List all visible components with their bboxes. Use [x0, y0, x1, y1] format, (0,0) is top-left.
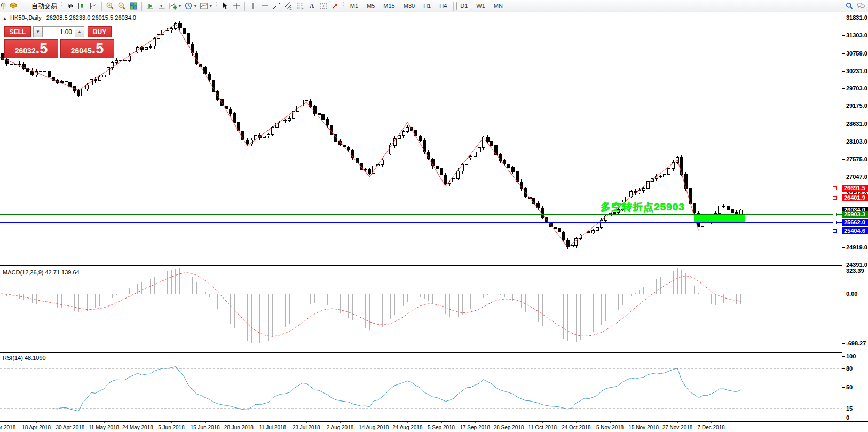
volume-input[interactable] — [43, 26, 75, 37]
date-tick-mark — [576, 422, 577, 423]
rsi-panel[interactable]: RSI(14) 48.1090 — [0, 353, 868, 421]
symbol-period-label: HK50-,Daily — [10, 14, 42, 21]
equidistant-channel-button[interactable]: E — [282, 1, 294, 11]
time-axis[interactable]: 6 Apr 201818 Apr 201830 Apr 201811 May 2… — [0, 421, 868, 432]
date-tick-mark — [273, 422, 273, 423]
templates-button[interactable]: ▼ — [199, 1, 214, 11]
chart-shift-button[interactable] — [156, 1, 168, 11]
date-tick-mark — [407, 422, 408, 423]
axis-tick-mark — [842, 343, 845, 344]
axis-tick-mark — [842, 177, 845, 177]
date-tick-mark — [340, 422, 341, 423]
autotrading-button[interactable]: 自动交易 — [19, 1, 59, 11]
timeframe-d1-button[interactable]: D1 — [456, 2, 471, 10]
autotrading-icon — [21, 2, 30, 10]
timeframe-m15-button[interactable]: M15 — [380, 2, 398, 10]
date-label: 7 Dec 2018 — [698, 425, 725, 430]
buy-button[interactable]: BUY — [88, 26, 112, 37]
price-tick-label: 29175.0 — [846, 103, 867, 109]
line-chart-button[interactable] — [88, 1, 99, 11]
date-tick-mark — [138, 422, 138, 423]
chart-shift-icon — [157, 2, 166, 10]
volume-decrease-button[interactable]: ▼ — [33, 26, 43, 37]
text-button[interactable]: A — [306, 1, 318, 11]
auto-scroll-button[interactable] — [144, 1, 156, 11]
date-tick-mark — [374, 422, 374, 423]
price-tick-label: 31303.0 — [846, 32, 867, 38]
axis-tick-mark — [842, 265, 845, 265]
date-label: 5 Sep 2018 — [428, 425, 455, 430]
date-tick-mark — [36, 422, 37, 423]
arrows-icon — [331, 2, 340, 10]
date-label: 2 Aug 2018 — [327, 425, 354, 430]
date-tick-mark — [104, 422, 105, 423]
horizontal-line-icon — [261, 2, 269, 10]
chat-icon — [857, 2, 865, 10]
candlestick-chart-button[interactable] — [76, 1, 88, 11]
axis-tick-mark — [842, 106, 845, 106]
vertical-line-button[interactable] — [247, 1, 259, 11]
bar-chart-button[interactable] — [64, 1, 76, 11]
timeframe-m30-button[interactable]: M30 — [400, 2, 419, 10]
axis-tick-mark — [842, 88, 845, 89]
date-label: 24 May 2018 — [122, 425, 153, 430]
price-tick-label: 30231.0 — [846, 68, 867, 74]
level-price-tag: 25662.0 — [842, 219, 868, 226]
horizontal-line-button[interactable] — [259, 1, 271, 11]
axis-tick-mark — [842, 271, 845, 271]
main-chart-panel[interactable]: ▲ HK50-,Daily 26208.5 26233.0 26015.5 26… — [0, 12, 868, 264]
crosshair-button[interactable] — [231, 1, 242, 11]
date-tick-mark — [171, 422, 172, 423]
timeframe-w1-button[interactable]: W1 — [472, 2, 489, 10]
periods-clock-button[interactable]: ▼ — [183, 1, 199, 11]
bar-chart-icon — [66, 2, 74, 10]
sell-price-box[interactable]: 26032.5 — [4, 39, 58, 58]
dropdown-caret-icon[interactable]: ▼ — [178, 4, 182, 9]
volume-increase-button[interactable]: ▲ — [75, 26, 84, 37]
dropdown-caret-icon[interactable]: ▼ — [209, 4, 213, 9]
new-order-button[interactable] — [7, 1, 19, 11]
zoom-in-button[interactable] — [104, 1, 116, 11]
date-tick-mark — [644, 422, 644, 423]
dropdown-caret-icon[interactable]: ▼ — [193, 4, 198, 9]
macd-panel[interactable]: MACD(12,26,9) 42.71 139.64 — [0, 266, 868, 351]
trendline-button[interactable] — [271, 1, 282, 11]
arrows-button[interactable] — [329, 1, 341, 11]
fibonacci-button[interactable]: F — [294, 1, 306, 11]
templates-icon — [200, 2, 208, 10]
chat-button[interactable] — [855, 1, 867, 11]
date-tick-mark — [70, 422, 70, 423]
collapse-triangle-icon[interactable]: ▲ — [3, 16, 7, 21]
date-label: 18 Apr 2018 — [22, 425, 51, 430]
date-label: 24 Aug 2018 — [392, 425, 422, 430]
price-axis[interactable]: 31831.031303.030759.030231.029703.029175… — [842, 12, 868, 421]
text-label-button[interactable]: T — [318, 1, 329, 11]
rsi-tick-label: 100 — [846, 353, 856, 359]
sell-button[interactable]: SELL — [4, 26, 31, 37]
timeframe-mn-button[interactable]: MN — [490, 2, 507, 10]
zoom-out-button[interactable] — [116, 1, 128, 11]
timeframe-m5-button[interactable]: M5 — [363, 2, 378, 10]
buy-price-box[interactable]: 26045.5 — [60, 39, 114, 58]
axis-tick-mark — [842, 53, 845, 54]
timeframe-m1-button[interactable]: M1 — [346, 2, 362, 10]
price-tick-label: 28631.0 — [846, 121, 867, 127]
cursor-button[interactable] — [219, 1, 231, 11]
order-button-label[interactable]: 单 — [0, 2, 6, 11]
date-tick-mark — [3, 422, 3, 423]
date-tick-mark — [677, 422, 678, 423]
timeframe-h1-button[interactable]: H1 — [420, 2, 435, 10]
search-button[interactable] — [843, 1, 855, 11]
toolbar-gripper — [61, 2, 62, 10]
date-tick-mark — [239, 422, 239, 423]
new-chart-button[interactable]: ▼ — [168, 1, 183, 11]
date-label: 15 Jun 2018 — [191, 425, 220, 430]
date-label: 28 Jun 2018 — [224, 425, 254, 430]
axis-tick-mark — [842, 159, 845, 160]
timeframe-h4-button[interactable]: H4 — [436, 2, 451, 10]
level-price-tag: 25404.6 — [842, 227, 868, 234]
zoom-in-icon — [106, 2, 114, 10]
tile-windows-button[interactable] — [128, 1, 139, 11]
axis-tick-mark — [842, 247, 845, 248]
svg-text:E: E — [289, 7, 291, 10]
